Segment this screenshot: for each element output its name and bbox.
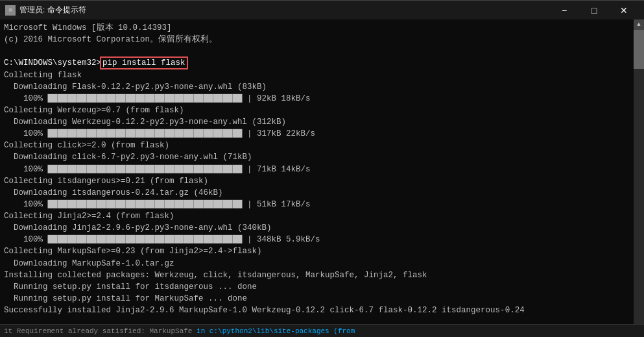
line-9: Downloading Werkzeug-0.12.2-py2.py3-none… [4,116,630,128]
progress-bar-5: ████████████████████████████████████████ [48,234,243,245]
line-8: Collecting Werkzeug>=0.7 (from flask) [4,105,630,116]
line-22: Installing collected packages: Werkzeug,… [4,269,630,281]
close-button[interactable]: ✕ [609,1,639,20]
line-10: 100% ███████████████████████████████████… [4,128,630,140]
line-23: Running setup.py install for itsdangerou… [4,281,630,293]
line-2: (c) 2016 Microsoft Corporation。保留所有权利。 [4,34,630,45]
maximize-button[interactable]: □ [579,1,609,20]
minimize-button[interactable]: − [549,1,579,20]
line-12: Downloading click-6.7-py2.py3-none-any.w… [4,151,630,163]
window-controls: − □ ✕ [549,1,639,20]
title-bar-left: ■ 管理员: 命令提示符 [5,5,86,16]
line-17: Collecting Jinja2>=2.4 (from flask) [4,210,630,222]
line-3 [4,45,630,57]
title-bar: ■ 管理员: 命令提示符 − □ ✕ [0,0,644,19]
line-13: 100% ███████████████████████████████████… [4,164,630,175]
line-25: Successfully installed Jinja2-2.9.6 Mark… [4,305,630,316]
line-15: Downloading itsdangerous-0.24.tar.gz (46… [4,187,630,199]
window-body: Microsoft Windows [版本 10.0.14393] (c) 20… [0,19,644,337]
scrollbar[interactable]: ▲ ▼ [634,19,644,337]
scroll-track [634,30,644,327]
line-16: 100% ███████████████████████████████████… [4,199,630,210]
command-text: pip install flask [101,58,187,68]
status-text: it Requirement already satisfied: Markup… [4,327,355,335]
line-19: 100% ███████████████████████████████████… [4,234,630,245]
terminal-output[interactable]: Microsoft Windows [版本 10.0.14393] (c) 20… [0,19,634,337]
window-title: 管理员: 命令提示符 [19,5,86,16]
progress-bar-3: ████████████████████████████████████████ [48,164,243,175]
window-icon: ■ [5,5,16,16]
line-11: Collecting click>=2.0 (from flask) [4,140,630,151]
progress-bar-1: ████████████████████████████████████████ [48,93,243,105]
progress-bar-2: ████████████████████████████████████████ [48,128,243,140]
line-5: Collecting flask [4,69,630,81]
line-20: Collecting MarkupSafe>=0.23 (from Jinja2… [4,245,630,257]
line-4: C:\WINDOWS\system32>pip install flask [4,57,630,69]
status-highlight: in c:\python2\lib\site-packages (from [197,327,355,335]
line-1: Microsoft Windows [版本 10.0.14393] [4,22,630,34]
line-18: Downloading Jinja2-2.9.6-py2.py3-none-an… [4,222,630,234]
progress-bar-4: ████████████████████████████████████████ [48,199,243,210]
scroll-thumb[interactable] [634,30,644,69]
line-14: Collecting itsdangerous>=0.21 (from flas… [4,175,630,187]
line-21: Downloading MarkupSafe-1.0.tar.gz [4,258,630,269]
line-7: 100% ███████████████████████████████████… [4,93,630,105]
scroll-up-button[interactable]: ▲ [634,19,644,30]
line-6: Downloading Flask-0.12.2-py2.py3-none-an… [4,81,630,93]
status-bar: it Requirement already satisfied: Markup… [0,324,644,337]
line-24: Running setup.py install for MarkupSafe … [4,293,630,305]
